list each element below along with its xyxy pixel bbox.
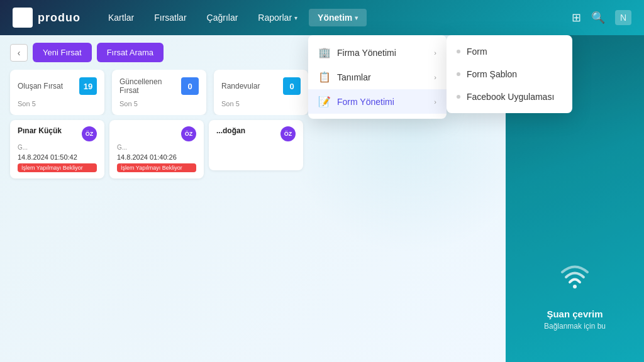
grid-icon[interactable]: ⊞ bbox=[572, 11, 581, 25]
nav-cagrilar[interactable]: Çağrılar bbox=[198, 9, 247, 26]
submenu-dot-icon bbox=[457, 72, 460, 76]
status-badge: İşlem Yapılmayı Bekliyor bbox=[117, 163, 196, 172]
header: produo Kartlar Fırsatlar Çağrılar Raporl… bbox=[0, 0, 644, 35]
firsat-arama-button[interactable]: Fırsat Arama bbox=[97, 43, 164, 62]
prev-arrow-button[interactable]: ‹ bbox=[10, 44, 28, 62]
opp-name: Pınar Küçük bbox=[18, 126, 62, 135]
user-icon[interactable]: N bbox=[615, 10, 631, 25]
stat-label: Oluşan Fırsat bbox=[18, 82, 63, 90]
son-label: Son 5 bbox=[18, 100, 97, 107]
svg-rect-2 bbox=[16, 18, 21, 23]
stat-label: Randevular bbox=[221, 82, 260, 90]
dropdown-item-label: Form Yönetimi bbox=[337, 97, 394, 107]
logo-icon bbox=[13, 8, 33, 28]
stat-card-header: Randevular 0 bbox=[221, 77, 301, 95]
svg-rect-0 bbox=[16, 11, 21, 16]
opp-card-header: Pınar Küçük ÖZ bbox=[18, 126, 97, 141]
submenu-item-label: Form Şablon bbox=[467, 69, 517, 79]
dropdown-item-firma-yonetimi[interactable]: 🏢 Firma Yönetimi › bbox=[308, 40, 447, 65]
form-yonetimi-chevron-icon: › bbox=[434, 98, 436, 106]
yonetim-chevron-icon: ▾ bbox=[355, 14, 358, 21]
opp-card-2[interactable]: ÖZ G... 14.8.2024 01:40:26 İşlem Yapılma… bbox=[109, 120, 204, 178]
dropdown-item-form-yonetimi[interactable]: 📝 Form Yönetimi › bbox=[308, 89, 447, 114]
status-badge: İşlem Yapılmayı Bekliyor bbox=[18, 163, 97, 172]
dropdown-item-left: 🏢 Firma Yönetimi bbox=[318, 47, 396, 58]
logo[interactable]: produo bbox=[13, 8, 80, 28]
dropdown-item-label: Tanımlar bbox=[337, 72, 371, 82]
opp-avatar: ÖZ bbox=[82, 126, 97, 141]
dropdown-item-left: 📋 Tanımlar bbox=[318, 71, 371, 83]
nav-raporlar[interactable]: Raporlar ▾ bbox=[249, 9, 306, 26]
yonetim-dropdown: 🏢 Firma Yönetimi › 📋 Tanımlar › 📝 Form Y… bbox=[308, 35, 447, 119]
son-label: Son 5 bbox=[221, 100, 301, 107]
dropdown-item-tanimlar[interactable]: 📋 Tanımlar › bbox=[308, 65, 447, 89]
stat-card-olusanfirsat[interactable]: Oluşan Fırsat 19 Son 5 bbox=[10, 70, 104, 115]
stat-card-guncellenenfirsat[interactable]: Güncellenen Fırsat 0 Son 5 bbox=[112, 70, 206, 115]
stat-label: Güncellenen Fırsat bbox=[119, 77, 162, 95]
logo-text: produo bbox=[38, 11, 80, 25]
main-nav: Kartlar Fırsatlar Çağrılar Raporlar ▾ Yö… bbox=[99, 9, 572, 26]
svg-rect-1 bbox=[23, 11, 28, 16]
submenu-dot-icon bbox=[457, 50, 460, 53]
right-panel-title: Şuan çevrim bbox=[544, 309, 606, 319]
right-panel-content: Şuan çevrim Bağlanmak için bu bbox=[531, 244, 618, 343]
opp-date: 14.8.2024 01:40:26 bbox=[117, 153, 196, 161]
stat-card-header: Oluşan Fırsat 19 bbox=[18, 77, 97, 95]
submenu-dot-icon bbox=[457, 95, 460, 99]
submenu-item-form-sablon[interactable]: Form Şablon bbox=[447, 63, 572, 85]
opp-avatar: ÖZ bbox=[181, 126, 196, 141]
stat-badge: 19 bbox=[79, 77, 97, 95]
dropdown-item-label: Firma Yönetimi bbox=[337, 48, 396, 58]
wifi-icon bbox=[544, 256, 606, 301]
submenu-item-label: Form bbox=[467, 47, 487, 57]
opp-card-header: ÖZ bbox=[117, 126, 196, 141]
svg-rect-3 bbox=[23, 18, 28, 23]
right-panel-subtitle: Bağlanmak için bu bbox=[544, 322, 606, 331]
opp-avatar: ÖZ bbox=[280, 126, 296, 141]
stat-badge: 0 bbox=[283, 77, 301, 95]
submenu-item-label: Facebook Uygulaması bbox=[467, 92, 554, 102]
opp-sub: G... bbox=[18, 144, 97, 151]
nav-yonetim[interactable]: Yönetim ▾ bbox=[309, 9, 367, 26]
nav-firsatlar[interactable]: Fırsatlar bbox=[145, 9, 195, 26]
stat-card-randevular[interactable]: Randevular 0 Son 5 bbox=[214, 70, 308, 115]
opportunities-container: Pınar Küçük ÖZ G... 14.8.2024 01:50:42 İ… bbox=[0, 115, 506, 184]
opp-sub: G... bbox=[117, 144, 196, 151]
submenu-item-form[interactable]: Form bbox=[447, 40, 572, 63]
svg-point-4 bbox=[573, 285, 577, 288]
stat-badge: 0 bbox=[181, 77, 199, 95]
opp-name: ...doğan bbox=[216, 126, 245, 135]
firma-yonetimi-chevron-icon: › bbox=[434, 49, 436, 57]
firma-yonetimi-icon: 🏢 bbox=[318, 47, 331, 58]
submenu-item-facebook-uygulamasi[interactable]: Facebook Uygulaması bbox=[447, 85, 572, 108]
opp-card-header: ...doğan ÖZ bbox=[216, 126, 296, 141]
form-submenu: Form Form Şablon Facebook Uygulaması bbox=[447, 35, 572, 113]
opp-card-1[interactable]: Pınar Küçük ÖZ G... 14.8.2024 01:50:42 İ… bbox=[10, 120, 104, 178]
header-right: ⊞ 🔍 N bbox=[572, 10, 631, 25]
opp-card-3[interactable]: ...doğan ÖZ bbox=[209, 120, 303, 170]
dropdown-item-left: 📝 Form Yönetimi bbox=[318, 96, 394, 107]
search-icon[interactable]: 🔍 bbox=[591, 11, 605, 25]
tanimlar-icon: 📋 bbox=[318, 71, 331, 83]
yeni-firsat-button[interactable]: Yeni Fırsat bbox=[33, 43, 92, 62]
stat-card-header: Güncellenen Fırsat 0 bbox=[119, 77, 199, 95]
son-label: Son 5 bbox=[119, 100, 199, 107]
tanimlar-chevron-icon: › bbox=[434, 74, 436, 81]
opp-date: 14.8.2024 01:50:42 bbox=[18, 153, 97, 161]
form-yonetimi-icon: 📝 bbox=[318, 96, 331, 107]
raporlar-chevron-icon: ▾ bbox=[294, 14, 297, 21]
nav-kartlar[interactable]: Kartlar bbox=[99, 9, 143, 26]
